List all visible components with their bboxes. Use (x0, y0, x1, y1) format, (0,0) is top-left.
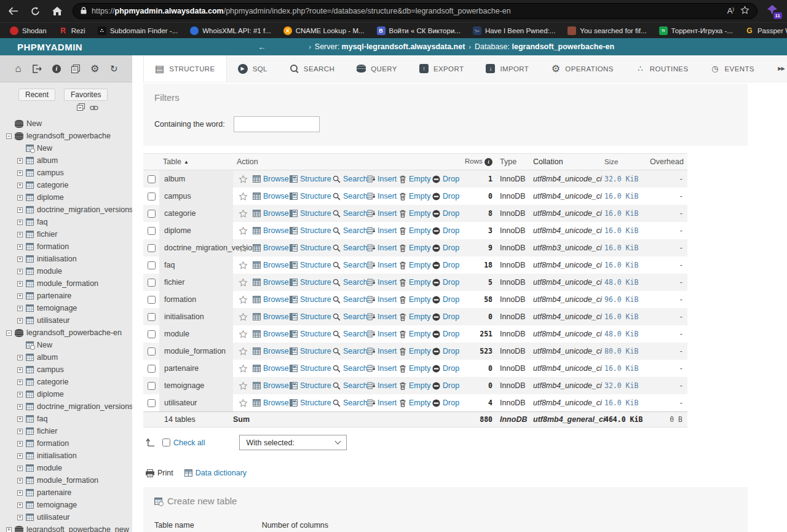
tree-item[interactable]: + initialisation (0, 253, 132, 265)
row-size[interactable]: 16.0 KiB (598, 226, 650, 235)
empty-link[interactable]: Empty (399, 330, 432, 338)
browse-link[interactable]: Browse (253, 364, 290, 373)
bookmark-item[interactable]: Shodan (5, 25, 52, 36)
browse-link[interactable]: Browse (253, 209, 290, 218)
tree-item[interactable]: + fichier (0, 228, 132, 240)
tree-expander-icon[interactable]: + (17, 392, 23, 397)
pma-tab[interactable]: ∴ ROUTINES (625, 55, 700, 82)
tree-expander-icon[interactable]: + (17, 281, 23, 287)
link-panel-icon[interactable] (90, 103, 98, 113)
column-header-collation[interactable]: Collation (529, 157, 598, 166)
bookmark-item[interactable]: You searched for fif... (563, 25, 651, 36)
search-link[interactable]: Search (333, 295, 367, 304)
tree-item[interactable]: + doctrine_migration_versions (0, 400, 132, 413)
empty-link[interactable]: Empty (399, 261, 432, 269)
rows-info-icon[interactable]: i (484, 158, 492, 166)
row-checkbox[interactable] (148, 193, 156, 200)
row-size[interactable]: 16.0 KiB (598, 399, 650, 407)
breadcrumb-server[interactable]: Server: mysql-legrandsoft.alwaysdata.net (315, 42, 465, 51)
insert-link[interactable]: Insert (367, 347, 399, 355)
back-icon[interactable] (6, 4, 20, 18)
table-name[interactable]: module_formation (159, 343, 233, 360)
tree-item[interactable]: + module_formation (0, 277, 132, 290)
pma-tab[interactable]: ↓ IMPORT (475, 55, 540, 82)
favorite-star-icon[interactable] (239, 399, 248, 408)
tree-item[interactable]: + module (0, 462, 132, 474)
row-size[interactable]: 80.0 KiB (598, 347, 650, 355)
settings-gear-icon[interactable]: ⚙ (87, 62, 102, 76)
pma-home-icon[interactable]: ⌂ (11, 62, 26, 76)
bookmark-item[interactable]: ';-- Have I Been Pwned:... (468, 25, 560, 36)
favorites-button[interactable]: Favorites (64, 89, 108, 101)
table-name[interactable]: fichier (159, 274, 233, 291)
structure-link[interactable]: Structure (290, 278, 333, 287)
insert-link[interactable]: Insert (367, 175, 399, 183)
row-checkbox[interactable] (148, 382, 156, 390)
search-link[interactable]: Search (333, 312, 367, 321)
browse-link[interactable]: Browse (253, 330, 290, 338)
tree-expander-icon[interactable]: + (17, 453, 23, 459)
tree-expander-icon[interactable]: + (17, 244, 23, 250)
structure-link[interactable]: Structure (290, 226, 333, 235)
tree-expander-icon[interactable]: + (17, 220, 23, 225)
tree-expander-icon[interactable]: + (17, 355, 23, 360)
insert-link[interactable]: Insert (367, 399, 399, 407)
favorite-star-icon[interactable] (239, 364, 248, 373)
tree-expander-icon[interactable]: + (17, 416, 23, 422)
tree-expander-icon[interactable]: + (17, 170, 23, 176)
tree-expander-icon[interactable]: + (17, 158, 23, 164)
browse-link[interactable]: Browse (253, 312, 290, 321)
favorite-star-icon[interactable] (239, 226, 248, 236)
tree-item[interactable]: + album (0, 351, 132, 363)
browser-profile-avatar[interactable]: 11 (766, 4, 781, 18)
row-checkbox[interactable] (148, 330, 156, 338)
row-checkbox[interactable] (148, 227, 156, 235)
favorite-star-icon[interactable] (239, 330, 248, 339)
row-checkbox[interactable] (148, 313, 156, 321)
tree-expander-icon[interactable]: + (17, 183, 23, 188)
tree-expander-icon[interactable]: + (17, 367, 23, 373)
favorite-star-icon[interactable] (239, 261, 248, 270)
row-checkbox[interactable] (148, 347, 156, 355)
favorite-star-icon[interactable] (239, 381, 248, 391)
structure-link[interactable]: Structure (290, 295, 333, 304)
browse-link[interactable]: Browse (253, 347, 290, 355)
tree-item[interactable]: + partenaire (0, 486, 132, 499)
search-link[interactable]: Search (333, 399, 367, 407)
drop-link[interactable]: Drop (432, 381, 462, 390)
tree-expander-icon[interactable]: + (17, 195, 23, 200)
tree-item[interactable]: + diplome (0, 191, 132, 204)
insert-link[interactable]: Insert (367, 226, 399, 235)
drop-link[interactable]: Drop (432, 209, 462, 218)
favorite-star-icon[interactable] (239, 295, 248, 304)
browse-link[interactable]: Browse (253, 399, 290, 407)
tree-item[interactable]: + initialisation (0, 450, 132, 462)
drop-link[interactable]: Drop (432, 244, 462, 252)
drop-link[interactable]: Drop (432, 261, 462, 269)
breadcrumb-database[interactable]: Database: legrandsoft_powerbache-en (475, 42, 614, 51)
structure-link[interactable]: Structure (290, 261, 333, 269)
structure-link[interactable]: Structure (290, 347, 333, 355)
logout-icon[interactable] (30, 62, 45, 76)
tree-expander-icon[interactable]: + (17, 306, 23, 311)
search-link[interactable]: Search (333, 347, 367, 355)
empty-link[interactable]: Empty (399, 312, 432, 321)
structure-link[interactable]: Structure (290, 312, 333, 321)
row-checkbox[interactable] (148, 365, 156, 373)
tree-expander-icon[interactable]: + (17, 441, 23, 447)
tree-expander-icon[interactable]: + (17, 293, 23, 299)
insert-link[interactable]: Insert (367, 330, 399, 338)
tree-item[interactable]: + categorie (0, 376, 132, 388)
structure-link[interactable]: Structure (290, 399, 333, 407)
favorite-star-icon[interactable] (239, 192, 248, 201)
collapse-all-icon[interactable] (77, 103, 85, 113)
bookmark-item[interactable]: X CNAME Lookup - M... (279, 25, 370, 36)
browse-link[interactable]: Browse (253, 278, 290, 287)
empty-link[interactable]: Empty (399, 381, 432, 390)
refresh-icon[interactable] (28, 4, 42, 18)
row-checkbox[interactable] (148, 399, 156, 407)
drop-link[interactable]: Drop (432, 330, 462, 338)
browse-link[interactable]: Browse (253, 261, 290, 269)
tree-item[interactable]: + campus (0, 167, 132, 179)
tree-expander-icon[interactable]: + (17, 318, 23, 324)
